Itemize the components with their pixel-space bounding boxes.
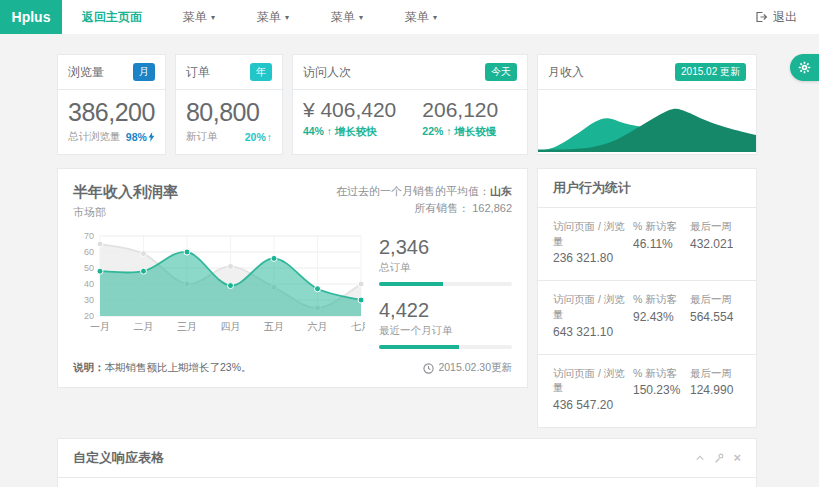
month-orders-progress bbox=[379, 345, 512, 349]
svg-text:40: 40 bbox=[84, 279, 94, 289]
svg-text:70: 70 bbox=[84, 231, 94, 241]
chevron-down-icon: ▾ bbox=[211, 13, 215, 22]
nav-menu-label: 菜单 bbox=[257, 9, 281, 26]
svg-text:50: 50 bbox=[84, 263, 94, 273]
sign-out-icon bbox=[755, 11, 767, 23]
sales-total: 162,862 bbox=[472, 202, 512, 214]
svg-text:二月: 二月 bbox=[134, 321, 154, 332]
stat-card-visits: 访问人次 今天 ¥ 406,420 44% ↑ 增长较快 206,120 22%… bbox=[292, 54, 528, 155]
nav-menu-label: 菜单 bbox=[183, 9, 207, 26]
panel-tools: × bbox=[695, 453, 741, 463]
panel-title: 自定义响应表格 bbox=[73, 449, 164, 467]
visits-revenue: ¥ 406,420 44% ↑ 增长较快 bbox=[303, 98, 396, 139]
collapse-icon[interactable] bbox=[695, 453, 705, 463]
level-up-icon: ↑ bbox=[267, 131, 272, 143]
nav-menu-2[interactable]: 菜单 ▾ bbox=[236, 9, 310, 26]
bolt-icon bbox=[148, 132, 155, 142]
stat-card-pageviews: 浏览量 月 386,200 总计浏览量 98% bbox=[57, 54, 166, 155]
svg-text:四月: 四月 bbox=[221, 321, 241, 332]
chevron-down-icon: ▾ bbox=[359, 13, 363, 22]
table-toolbar: 天 周 月 搜索 bbox=[58, 478, 756, 487]
total-orders-progress bbox=[379, 282, 512, 286]
stat-cards-row: 浏览量 月 386,200 总计浏览量 98% bbox=[57, 54, 757, 155]
profit-line-chart: 203040506070一月二月三月四月五月六月七月 bbox=[73, 228, 365, 342]
chevron-down-icon: ▾ bbox=[285, 13, 289, 22]
theme-settings-button[interactable] bbox=[790, 54, 819, 81]
custom-table-panel: 自定义响应表格 × 天 周 月 bbox=[57, 438, 757, 487]
month-orders-value: 4,422 bbox=[379, 299, 512, 322]
behavior-row: 访问页面 / 浏览量 236 321.80 % 新访客 46.11% 最后一周 … bbox=[538, 208, 756, 281]
chart-footnote: 说明：本期销售额比上期增长了23%。 bbox=[73, 361, 252, 375]
user-behavior-panel: 用户行为统计 访问页面 / 浏览量 236 321.80 % 新访客 46.11… bbox=[537, 168, 757, 428]
gear-icon bbox=[798, 61, 811, 74]
svg-text:七月: 七月 bbox=[351, 321, 365, 332]
behavior-row: 访问页面 / 浏览量 643 321.10 % 新访客 92.43% 最后一周 … bbox=[538, 281, 756, 354]
order-stats: 2,346 总订单 4,422 最近一个月订单 bbox=[379, 228, 512, 349]
visits-count: 206,120 22% ↑ 增长较慢 bbox=[422, 98, 498, 139]
income-area-chart bbox=[538, 90, 756, 152]
close-icon[interactable]: × bbox=[733, 453, 741, 463]
content-area: 浏览量 月 386,200 总计浏览量 98% bbox=[0, 34, 819, 487]
profit-rate-panel: 半年收入利润率 市场部 在过去的一个月销售的平均值：山东 所有销售： 162,8… bbox=[57, 168, 528, 388]
period-badge: 今天 bbox=[485, 63, 517, 81]
period-badge: 年 bbox=[250, 63, 272, 81]
clock-icon bbox=[423, 363, 434, 374]
level-up-icon: ↑ bbox=[327, 125, 332, 137]
stat-value: 80,800 bbox=[186, 98, 272, 127]
panel-title: 半年收入利润率 bbox=[73, 183, 178, 202]
card-title: 访问人次 bbox=[303, 64, 351, 81]
behavior-row: 访问页面 / 浏览量 436 547.20 % 新访客 150.23% 最后一周… bbox=[538, 355, 756, 427]
stat-value: ¥ 406,420 bbox=[303, 98, 396, 122]
stat-note: 44% ↑ 增长较快 bbox=[303, 125, 396, 139]
card-title: 月收入 bbox=[548, 64, 584, 81]
back-home-link[interactable]: 返回主页面 bbox=[62, 9, 162, 26]
wrench-icon[interactable] bbox=[714, 453, 724, 463]
dashboard-page: Hplus 返回主页面 菜单 ▾ 菜单 ▾ 菜单 ▾ 菜单 ▾ bbox=[0, 0, 819, 487]
total-orders-value: 2,346 bbox=[379, 236, 512, 259]
stat-note: 22% ↑ 增长较慢 bbox=[422, 125, 498, 139]
panel-title: 用户行为统计 bbox=[553, 179, 631, 197]
period-badge: 月 bbox=[133, 63, 155, 81]
nav-menu-label: 菜单 bbox=[405, 9, 429, 26]
stat-value: 206,120 bbox=[422, 98, 498, 122]
svg-text:六月: 六月 bbox=[308, 321, 328, 332]
card-title: 浏览量 bbox=[68, 64, 104, 81]
stat-percent: 20% ↑ bbox=[245, 131, 272, 143]
svg-text:五月: 五月 bbox=[264, 321, 284, 332]
middle-row: 半年收入利润率 市场部 在过去的一个月销售的平均值：山东 所有销售： 162,8… bbox=[57, 168, 757, 428]
card-title: 订单 bbox=[186, 64, 210, 81]
month-orders-label: 最近一个月订单 bbox=[379, 324, 512, 338]
nav-menu-3[interactable]: 菜单 ▾ bbox=[310, 9, 384, 26]
stat-card-monthly-income: 月收入 2015.02 更新 bbox=[537, 54, 757, 155]
logout-button[interactable]: 退出 bbox=[755, 0, 819, 34]
nav-menu-label: 菜单 bbox=[331, 9, 355, 26]
svg-text:三月: 三月 bbox=[177, 321, 197, 332]
nav-menu-1[interactable]: 菜单 ▾ bbox=[162, 9, 236, 26]
stat-card-orders: 订单 年 80,800 新订单 20% ↑ bbox=[175, 54, 283, 155]
stat-label: 新订单 bbox=[186, 130, 218, 144]
stat-label: 总计浏览量 bbox=[68, 130, 121, 144]
stat-value: 386,200 bbox=[68, 98, 155, 127]
brand-logo[interactable]: Hplus bbox=[0, 0, 62, 34]
top-navbar: Hplus 返回主页面 菜单 ▾ 菜单 ▾ 菜单 ▾ 菜单 ▾ bbox=[0, 0, 819, 34]
nav-menu-4[interactable]: 菜单 ▾ bbox=[384, 9, 458, 26]
svg-text:30: 30 bbox=[84, 295, 94, 305]
main-nav: 返回主页面 菜单 ▾ 菜单 ▾ 菜单 ▾ 菜单 ▾ bbox=[62, 0, 458, 34]
total-orders-label: 总订单 bbox=[379, 261, 512, 275]
logout-label: 退出 bbox=[773, 9, 797, 26]
svg-text:一月: 一月 bbox=[90, 321, 110, 332]
stat-percent: 98% bbox=[126, 131, 155, 143]
avg-region: 山东 bbox=[490, 185, 512, 197]
svg-text:20: 20 bbox=[84, 311, 94, 321]
updated-badge: 2015.02 更新 bbox=[675, 63, 746, 81]
last-updated: 2015.02.30更新 bbox=[423, 361, 512, 375]
sales-summary: 在过去的一个月销售的平均值：山东 所有销售： 162,862 bbox=[336, 183, 512, 220]
level-up-icon: ↑ bbox=[446, 125, 451, 137]
chevron-down-icon: ▾ bbox=[433, 13, 437, 22]
panel-subtitle: 市场部 bbox=[73, 205, 178, 220]
svg-text:60: 60 bbox=[84, 247, 94, 257]
